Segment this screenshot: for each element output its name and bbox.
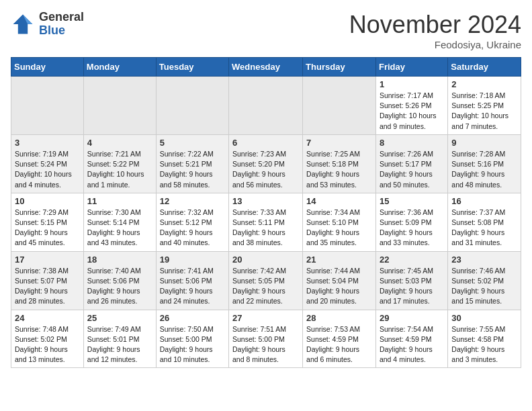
day-number: 24 bbox=[15, 313, 80, 323]
calendar-cell: 16Sunrise: 7:37 AM Sunset: 5:08 PM Dayli… bbox=[448, 193, 521, 251]
calendar-cell: 10Sunrise: 7:29 AM Sunset: 5:15 PM Dayli… bbox=[11, 193, 84, 251]
calendar-cell: 5Sunrise: 7:22 AM Sunset: 5:21 PM Daylig… bbox=[156, 134, 228, 193]
weekday-header-sunday: Sunday bbox=[11, 58, 84, 77]
calendar-cell: 22Sunrise: 7:45 AM Sunset: 5:03 PM Dayli… bbox=[375, 251, 447, 310]
day-info: Sunrise: 7:45 AM Sunset: 5:03 PM Dayligh… bbox=[380, 266, 444, 307]
week-row-3: 10Sunrise: 7:29 AM Sunset: 5:15 PM Dayli… bbox=[11, 193, 521, 251]
day-info: Sunrise: 7:17 AM Sunset: 5:26 PM Dayligh… bbox=[380, 91, 444, 132]
day-number: 9 bbox=[451, 138, 517, 148]
calendar-cell: 27Sunrise: 7:51 AM Sunset: 5:00 PM Dayli… bbox=[229, 310, 303, 368]
day-number: 25 bbox=[87, 313, 152, 323]
weekday-header-wednesday: Wednesday bbox=[229, 58, 303, 77]
day-info: Sunrise: 7:29 AM Sunset: 5:15 PM Dayligh… bbox=[15, 208, 80, 248]
day-info: Sunrise: 7:38 AM Sunset: 5:07 PM Dayligh… bbox=[15, 266, 80, 307]
calendar-cell: 26Sunrise: 7:50 AM Sunset: 5:00 PM Dayli… bbox=[156, 310, 228, 368]
day-number: 15 bbox=[380, 196, 444, 206]
weekday-header-tuesday: Tuesday bbox=[156, 58, 228, 77]
day-number: 28 bbox=[306, 313, 372, 323]
week-row-2: 3Sunrise: 7:19 AM Sunset: 5:24 PM Daylig… bbox=[11, 134, 521, 193]
calendar-cell: 19Sunrise: 7:41 AM Sunset: 5:06 PM Dayli… bbox=[156, 251, 228, 310]
day-number: 12 bbox=[160, 196, 225, 206]
weekday-header-friday: Friday bbox=[375, 58, 447, 77]
calendar-cell: 25Sunrise: 7:49 AM Sunset: 5:01 PM Dayli… bbox=[83, 310, 156, 368]
day-info: Sunrise: 7:36 AM Sunset: 5:09 PM Dayligh… bbox=[380, 208, 444, 248]
day-number: 2 bbox=[451, 79, 517, 89]
day-number: 14 bbox=[306, 196, 372, 206]
weekday-header-saturday: Saturday bbox=[448, 58, 521, 77]
day-info: Sunrise: 7:54 AM Sunset: 4:59 PM Dayligh… bbox=[380, 324, 444, 365]
calendar-cell: 18Sunrise: 7:40 AM Sunset: 5:06 PM Dayli… bbox=[83, 251, 156, 310]
day-info: Sunrise: 7:42 AM Sunset: 5:05 PM Dayligh… bbox=[232, 266, 299, 307]
day-number: 8 bbox=[380, 138, 444, 148]
day-info: Sunrise: 7:25 AM Sunset: 5:18 PM Dayligh… bbox=[306, 149, 372, 190]
calendar-cell: 21Sunrise: 7:44 AM Sunset: 5:04 PM Dayli… bbox=[303, 251, 376, 310]
calendar-cell: 30Sunrise: 7:55 AM Sunset: 4:58 PM Dayli… bbox=[448, 310, 521, 368]
calendar-cell: 24Sunrise: 7:48 AM Sunset: 5:02 PM Dayli… bbox=[11, 310, 84, 368]
day-number: 7 bbox=[306, 138, 372, 148]
day-info: Sunrise: 7:50 AM Sunset: 5:00 PM Dayligh… bbox=[160, 324, 225, 365]
day-number: 22 bbox=[380, 255, 444, 265]
calendar-cell: 4Sunrise: 7:21 AM Sunset: 5:22 PM Daylig… bbox=[83, 134, 156, 193]
title-block: November 2024 Feodosiya, Ukraine bbox=[349, 11, 521, 50]
calendar-cell: 15Sunrise: 7:36 AM Sunset: 5:09 PM Dayli… bbox=[375, 193, 447, 251]
day-info: Sunrise: 7:37 AM Sunset: 5:08 PM Dayligh… bbox=[451, 208, 517, 248]
week-row-1: 1Sunrise: 7:17 AM Sunset: 5:26 PM Daylig… bbox=[11, 77, 521, 135]
day-number: 10 bbox=[15, 196, 80, 206]
calendar-cell: 7Sunrise: 7:25 AM Sunset: 5:18 PM Daylig… bbox=[303, 134, 376, 193]
day-number: 26 bbox=[160, 313, 225, 323]
weekday-header-monday: Monday bbox=[83, 58, 156, 77]
day-number: 30 bbox=[451, 313, 517, 323]
day-number: 23 bbox=[451, 255, 517, 265]
day-number: 11 bbox=[87, 196, 152, 206]
day-info: Sunrise: 7:32 AM Sunset: 5:12 PM Dayligh… bbox=[160, 208, 225, 248]
calendar-cell: 13Sunrise: 7:33 AM Sunset: 5:11 PM Dayli… bbox=[229, 193, 303, 251]
day-info: Sunrise: 7:34 AM Sunset: 5:10 PM Dayligh… bbox=[306, 208, 372, 248]
day-number: 1 bbox=[380, 79, 444, 89]
calendar-cell bbox=[229, 77, 303, 135]
calendar-cell: 9Sunrise: 7:28 AM Sunset: 5:16 PM Daylig… bbox=[448, 134, 521, 193]
calendar-cell: 20Sunrise: 7:42 AM Sunset: 5:05 PM Dayli… bbox=[229, 251, 303, 310]
day-info: Sunrise: 7:26 AM Sunset: 5:17 PM Dayligh… bbox=[380, 149, 444, 190]
day-number: 18 bbox=[87, 255, 152, 265]
day-number: 4 bbox=[87, 138, 152, 148]
logo-general-text: General bbox=[39, 11, 84, 24]
day-info: Sunrise: 7:40 AM Sunset: 5:06 PM Dayligh… bbox=[87, 266, 152, 307]
calendar-cell: 29Sunrise: 7:54 AM Sunset: 4:59 PM Dayli… bbox=[375, 310, 447, 368]
calendar-cell bbox=[303, 77, 376, 135]
weekday-header-row: SundayMondayTuesdayWednesdayThursdayFrid… bbox=[11, 58, 521, 77]
day-info: Sunrise: 7:30 AM Sunset: 5:14 PM Dayligh… bbox=[87, 208, 152, 248]
day-info: Sunrise: 7:19 AM Sunset: 5:24 PM Dayligh… bbox=[15, 149, 80, 190]
logo-icon bbox=[11, 12, 35, 36]
day-info: Sunrise: 7:44 AM Sunset: 5:04 PM Dayligh… bbox=[306, 266, 372, 307]
month-title: November 2024 bbox=[349, 11, 521, 39]
calendar-cell: 17Sunrise: 7:38 AM Sunset: 5:07 PM Dayli… bbox=[11, 251, 84, 310]
calendar-cell bbox=[83, 77, 156, 135]
calendar-cell: 8Sunrise: 7:26 AM Sunset: 5:17 PM Daylig… bbox=[375, 134, 447, 193]
day-info: Sunrise: 7:46 AM Sunset: 5:02 PM Dayligh… bbox=[451, 266, 517, 307]
calendar-cell: 6Sunrise: 7:23 AM Sunset: 5:20 PM Daylig… bbox=[229, 134, 303, 193]
day-info: Sunrise: 7:48 AM Sunset: 5:02 PM Dayligh… bbox=[15, 324, 80, 365]
day-info: Sunrise: 7:49 AM Sunset: 5:01 PM Dayligh… bbox=[87, 324, 152, 365]
calendar-cell: 12Sunrise: 7:32 AM Sunset: 5:12 PM Dayli… bbox=[156, 193, 228, 251]
day-info: Sunrise: 7:53 AM Sunset: 4:59 PM Dayligh… bbox=[306, 324, 372, 365]
day-number: 13 bbox=[232, 196, 299, 206]
location: Feodosiya, Ukraine bbox=[349, 39, 521, 50]
day-info: Sunrise: 7:41 AM Sunset: 5:06 PM Dayligh… bbox=[160, 266, 225, 307]
weekday-header-thursday: Thursday bbox=[303, 58, 376, 77]
calendar-cell: 1Sunrise: 7:17 AM Sunset: 5:26 PM Daylig… bbox=[375, 77, 447, 135]
calendar-cell: 28Sunrise: 7:53 AM Sunset: 4:59 PM Dayli… bbox=[303, 310, 376, 368]
calendar-cell: 2Sunrise: 7:18 AM Sunset: 5:25 PM Daylig… bbox=[448, 77, 521, 135]
logo: General Blue bbox=[11, 11, 84, 38]
day-info: Sunrise: 7:28 AM Sunset: 5:16 PM Dayligh… bbox=[451, 149, 517, 190]
week-row-4: 17Sunrise: 7:38 AM Sunset: 5:07 PM Dayli… bbox=[11, 251, 521, 310]
day-info: Sunrise: 7:55 AM Sunset: 4:58 PM Dayligh… bbox=[451, 324, 517, 365]
day-number: 5 bbox=[160, 138, 225, 148]
day-info: Sunrise: 7:33 AM Sunset: 5:11 PM Dayligh… bbox=[232, 208, 299, 248]
day-number: 29 bbox=[380, 313, 444, 323]
day-number: 20 bbox=[232, 255, 299, 265]
day-number: 6 bbox=[232, 138, 299, 148]
week-row-5: 24Sunrise: 7:48 AM Sunset: 5:02 PM Dayli… bbox=[11, 310, 521, 368]
day-number: 17 bbox=[15, 255, 80, 265]
day-info: Sunrise: 7:21 AM Sunset: 5:22 PM Dayligh… bbox=[87, 149, 152, 190]
day-info: Sunrise: 7:23 AM Sunset: 5:20 PM Dayligh… bbox=[232, 149, 299, 190]
